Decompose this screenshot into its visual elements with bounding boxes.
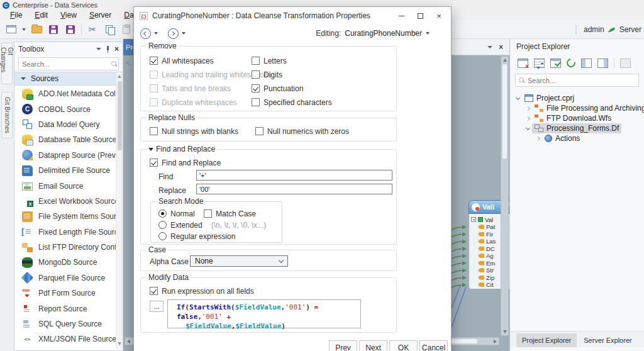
add-resources-icon[interactable]: [534, 58, 545, 68]
toolbox-item[interactable]: File System Items Source: [14, 209, 116, 224]
checkbox-icon[interactable]: [150, 127, 158, 135]
toolbox-item[interactable]: Fixed Length File Source: [14, 225, 116, 240]
toolbox-item[interactable]: Delimited File Source: [14, 163, 116, 178]
dataflow-document-tab[interactable]: Pro: [123, 39, 133, 55]
checkbox-icon[interactable]: [252, 70, 260, 79]
replace-nulls-checkbox[interactable]: Null strings with blanks: [150, 127, 255, 135]
scroll-up-icon[interactable]: [503, 58, 507, 62]
tree-item[interactable]: Project.cprj: [510, 93, 644, 103]
checkbox-icon[interactable]: [150, 287, 158, 295]
toolbox-item[interactable]: COBOL Source: [14, 101, 116, 116]
expander-icon[interactable]: [526, 106, 530, 110]
editing-selector[interactable]: Editing: CuratingPhoneNumber: [316, 25, 430, 42]
close-document-icon[interactable]: ×: [499, 43, 503, 51]
refresh-icon[interactable]: [565, 57, 577, 69]
scrollbar-thumb[interactable]: [502, 64, 507, 159]
menu-item[interactable]: Server: [83, 11, 118, 20]
close-project-icon[interactable]: [518, 58, 528, 68]
save-all-icon[interactable]: [64, 23, 77, 36]
save-icon[interactable]: [47, 23, 60, 36]
forward-history-icon[interactable]: [182, 32, 186, 35]
search-mode-radio[interactable]: Extended (\n, \t, \r, \0, \x...): [158, 221, 266, 229]
toolbox-item[interactable]: XML/JSON File Source: [14, 332, 116, 347]
new-document-dropdown-icon[interactable]: [22, 28, 26, 31]
next-button[interactable]: Next: [359, 340, 387, 351]
copy-icon[interactable]: [103, 23, 116, 36]
tree-item[interactable]: Actions: [510, 133, 644, 143]
paste-icon[interactable]: [120, 23, 133, 36]
radio-icon[interactable]: [158, 221, 167, 229]
verify-project-icon[interactable]: [550, 58, 561, 68]
editing-dropdown-icon[interactable]: [426, 32, 430, 35]
scrollbar-thumb[interactable]: [118, 81, 122, 150]
canvas-vertical-scrollbar[interactable]: [501, 56, 509, 336]
expander-icon[interactable]: [526, 116, 530, 120]
find-replace-section-header[interactable]: Find and Replace: [146, 145, 218, 153]
cancel-button[interactable]: Cancel: [419, 340, 448, 351]
expression-editor[interactable]: If(StartsWith($FieldValue,'001') = false…: [167, 299, 361, 328]
checkbox-icon[interactable]: [150, 70, 158, 79]
scroll-left-icon[interactable]: [127, 340, 130, 343]
match-case-checkbox[interactable]: Match Case: [204, 209, 256, 218]
scroll-down-icon[interactable]: [118, 342, 121, 345]
tree-item[interactable]: Processing_Forms.Df: [510, 123, 644, 133]
radio-icon[interactable]: [158, 232, 167, 240]
toolbox-menu-icon[interactable]: [96, 48, 101, 50]
expander-icon[interactable]: [536, 136, 540, 140]
checkbox-icon[interactable]: [204, 209, 212, 218]
forward-icon[interactable]: [168, 28, 179, 39]
back-history-icon[interactable]: [154, 32, 158, 35]
checkbox-icon[interactable]: [252, 84, 260, 92]
scroll-down-icon[interactable]: [503, 330, 507, 333]
remove-option-checkbox[interactable]: Punctuation: [252, 84, 332, 92]
collapse-all-icon[interactable]: [597, 58, 608, 68]
run-expression-checkbox[interactable]: Run expression on all fields: [150, 287, 254, 295]
checkbox-icon[interactable]: [150, 57, 158, 65]
toolbox-item[interactable]: Database Table Source: [14, 132, 116, 147]
expander-icon[interactable]: [516, 95, 520, 99]
checkbox-icon[interactable]: [150, 84, 158, 92]
explorer-tab[interactable]: Server Explorer: [578, 333, 637, 347]
expand-all-icon[interactable]: [581, 58, 592, 68]
remove-option-checkbox[interactable]: Digits: [252, 70, 332, 79]
new-folder-icon[interactable]: [620, 58, 631, 68]
git-branches-tab[interactable]: Git Branches: [1, 92, 13, 138]
toolbox-item[interactable]: SQL Query Source: [14, 316, 116, 332]
maximize-icon[interactable]: [411, 9, 430, 22]
document-list-icon[interactable]: [487, 46, 492, 48]
toolbox-item[interactable]: Data Model Query: [14, 117, 116, 132]
remove-option-checkbox[interactable]: Specified characters: [252, 98, 332, 106]
open-icon[interactable]: [30, 23, 43, 36]
toolbox-item[interactable]: ADO.Net Metadata Collections: [14, 86, 116, 101]
close-icon[interactable]: ×: [114, 45, 119, 53]
toolbox-scrollbar[interactable]: [116, 72, 123, 348]
replace-input[interactable]: [196, 184, 392, 194]
explorer-tab[interactable]: Project Explorer: [516, 333, 577, 347]
scroll-up-icon[interactable]: [118, 75, 121, 78]
ok-button[interactable]: OK: [389, 340, 418, 351]
tree-item[interactable]: FTP Download.Wfs: [510, 113, 644, 123]
scroll-right-icon[interactable]: [494, 340, 497, 343]
checkbox-icon[interactable]: [150, 98, 158, 106]
menu-item[interactable]: Edit: [28, 11, 54, 20]
remove-option-checkbox[interactable]: Letters: [252, 57, 332, 65]
new-document-icon[interactable]: [5, 23, 18, 36]
menu-item[interactable]: File: [4, 11, 28, 20]
checkbox-icon[interactable]: [252, 98, 260, 106]
toolbox-search-input[interactable]: [22, 60, 111, 68]
find-replace-enable-checkbox[interactable]: Find and Replace: [150, 159, 221, 167]
close-icon[interactable]: ×: [430, 9, 448, 22]
back-icon[interactable]: [140, 28, 151, 39]
minimize-icon[interactable]: [392, 9, 411, 22]
toolbox-section-sources[interactable]: Sources: [14, 72, 123, 86]
explorer-tab[interactable]: Report Prop: [639, 333, 644, 347]
checkbox-icon[interactable]: [255, 127, 264, 135]
cut-icon[interactable]: ✂: [86, 23, 99, 36]
toolbox-item[interactable]: Pdf Form Source: [14, 286, 116, 301]
toolbox-item[interactable]: Dataprep Source (Preview): [14, 148, 116, 163]
git-changes-tab[interactable]: Git Changes: [1, 43, 13, 84]
pin-icon[interactable]: [106, 46, 110, 53]
alpha-case-select[interactable]: None: [190, 255, 288, 267]
collapse-section-icon[interactable]: [148, 148, 153, 151]
menu-item[interactable]: View: [54, 11, 83, 20]
